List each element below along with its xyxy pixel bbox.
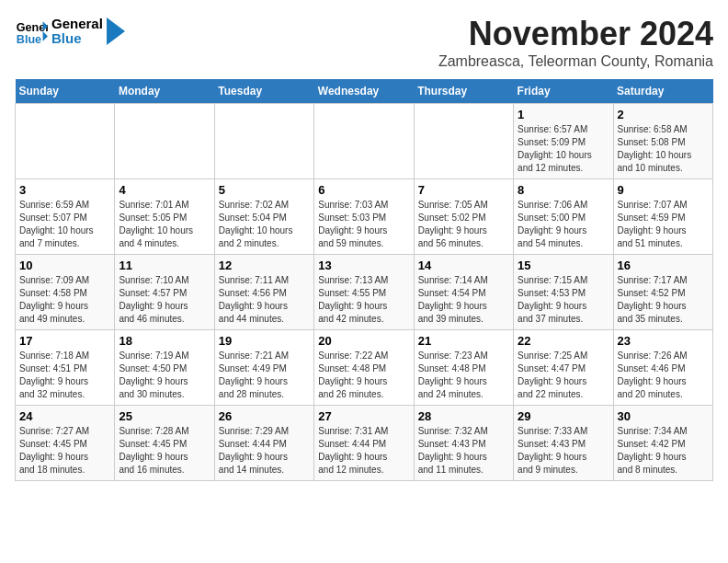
calendar-cell: 13Sunrise: 7:13 AM Sunset: 4:55 PM Dayli… (314, 255, 414, 330)
calendar-cell: 12Sunrise: 7:11 AM Sunset: 4:56 PM Dayli… (214, 255, 313, 330)
day-info: Sunrise: 7:06 AM Sunset: 5:00 PM Dayligh… (518, 199, 609, 250)
logo-icon: General Blue (15, 15, 48, 48)
day-info: Sunrise: 7:26 AM Sunset: 4:46 PM Dayligh… (618, 350, 709, 401)
calendar-cell: 20Sunrise: 7:22 AM Sunset: 4:48 PM Dayli… (314, 330, 414, 406)
title-block: November 2024 Zambreasca, Teleorman Coun… (438, 15, 713, 70)
calendar-week-row: 10Sunrise: 7:09 AM Sunset: 4:58 PM Dayli… (16, 255, 713, 330)
day-number: 29 (518, 409, 609, 423)
day-info: Sunrise: 7:22 AM Sunset: 4:48 PM Dayligh… (318, 350, 409, 401)
day-number: 30 (618, 409, 709, 423)
calendar-cell: 24Sunrise: 7:27 AM Sunset: 4:45 PM Dayli… (16, 406, 115, 481)
day-number: 1 (518, 108, 609, 121)
calendar-cell: 5Sunrise: 7:02 AM Sunset: 5:04 PM Daylig… (214, 179, 313, 255)
day-number: 17 (19, 334, 110, 348)
day-info: Sunrise: 7:01 AM Sunset: 5:05 PM Dayligh… (119, 199, 210, 250)
calendar-week-row: 17Sunrise: 7:18 AM Sunset: 4:51 PM Dayli… (16, 330, 713, 406)
weekday-header: Thursday (414, 79, 513, 104)
logo-general: General (51, 17, 103, 32)
calendar-cell: 2Sunrise: 6:58 AM Sunset: 5:08 PM Daylig… (613, 104, 712, 179)
calendar-cell (314, 104, 414, 179)
calendar-cell: 7Sunrise: 7:05 AM Sunset: 5:02 PM Daylig… (414, 179, 513, 255)
calendar-cell: 29Sunrise: 7:33 AM Sunset: 4:43 PM Dayli… (514, 406, 613, 481)
day-number: 5 (219, 183, 310, 197)
calendar-cell: 3Sunrise: 6:59 AM Sunset: 5:07 PM Daylig… (16, 179, 115, 255)
day-info: Sunrise: 7:10 AM Sunset: 4:57 PM Dayligh… (119, 274, 210, 326)
day-number: 7 (418, 183, 509, 197)
day-number: 14 (418, 259, 509, 272)
calendar-week-row: 1Sunrise: 6:57 AM Sunset: 5:09 PM Daylig… (16, 104, 713, 179)
calendar-cell: 19Sunrise: 7:21 AM Sunset: 4:49 PM Dayli… (214, 330, 313, 406)
day-number: 24 (19, 409, 110, 423)
calendar-cell: 27Sunrise: 7:31 AM Sunset: 4:44 PM Dayli… (314, 406, 414, 481)
day-number: 28 (418, 409, 509, 423)
calendar-cell: 8Sunrise: 7:06 AM Sunset: 5:00 PM Daylig… (514, 179, 613, 255)
day-number: 19 (219, 334, 310, 348)
day-number: 25 (119, 409, 210, 423)
day-number: 2 (618, 108, 709, 121)
day-info: Sunrise: 7:23 AM Sunset: 4:48 PM Dayligh… (418, 350, 509, 401)
calendar-week-row: 3Sunrise: 6:59 AM Sunset: 5:07 PM Daylig… (16, 179, 713, 255)
calendar-cell: 1Sunrise: 6:57 AM Sunset: 5:09 PM Daylig… (514, 104, 613, 179)
day-info: Sunrise: 7:17 AM Sunset: 4:52 PM Dayligh… (618, 274, 709, 326)
calendar-cell: 22Sunrise: 7:25 AM Sunset: 4:47 PM Dayli… (514, 330, 613, 406)
weekday-header: Friday (514, 79, 613, 104)
day-number: 4 (119, 183, 210, 197)
day-info: Sunrise: 7:07 AM Sunset: 4:59 PM Dayligh… (618, 199, 709, 250)
logo-blue: Blue (51, 31, 103, 47)
day-info: Sunrise: 6:57 AM Sunset: 5:09 PM Dayligh… (518, 123, 609, 175)
svg-marker-3 (107, 17, 125, 45)
day-number: 12 (219, 259, 310, 272)
day-info: Sunrise: 6:58 AM Sunset: 5:08 PM Dayligh… (618, 123, 709, 175)
calendar-week-row: 24Sunrise: 7:27 AM Sunset: 4:45 PM Dayli… (16, 406, 713, 481)
day-number: 15 (518, 259, 609, 272)
day-number: 8 (518, 183, 609, 197)
calendar-cell (214, 104, 313, 179)
calendar-cell: 28Sunrise: 7:32 AM Sunset: 4:43 PM Dayli… (414, 406, 513, 481)
weekday-header: Wednesday (314, 79, 414, 104)
calendar-cell: 6Sunrise: 7:03 AM Sunset: 5:03 PM Daylig… (314, 179, 414, 255)
day-number: 9 (618, 183, 709, 197)
month-title: November 2024 (438, 15, 713, 53)
calendar-cell: 9Sunrise: 7:07 AM Sunset: 4:59 PM Daylig… (613, 179, 712, 255)
calendar-cell: 26Sunrise: 7:29 AM Sunset: 4:44 PM Dayli… (214, 406, 313, 481)
day-number: 16 (618, 259, 709, 272)
day-info: Sunrise: 7:34 AM Sunset: 4:42 PM Dayligh… (618, 425, 709, 477)
calendar-cell: 16Sunrise: 7:17 AM Sunset: 4:52 PM Dayli… (613, 255, 712, 330)
day-info: Sunrise: 7:21 AM Sunset: 4:49 PM Dayligh… (219, 350, 310, 401)
day-info: Sunrise: 7:03 AM Sunset: 5:03 PM Dayligh… (318, 199, 409, 250)
day-info: Sunrise: 7:19 AM Sunset: 4:50 PM Dayligh… (119, 350, 210, 401)
calendar-cell (16, 104, 115, 179)
day-info: Sunrise: 7:31 AM Sunset: 4:44 PM Dayligh… (318, 425, 409, 477)
day-number: 3 (19, 183, 110, 197)
calendar-cell: 25Sunrise: 7:28 AM Sunset: 4:45 PM Dayli… (115, 406, 214, 481)
weekday-header: Tuesday (214, 79, 313, 104)
weekday-header: Monday (115, 79, 214, 104)
day-info: Sunrise: 7:25 AM Sunset: 4:47 PM Dayligh… (518, 350, 609, 401)
location-title: Zambreasca, Teleorman County, Romania (438, 53, 713, 70)
day-info: Sunrise: 7:02 AM Sunset: 5:04 PM Dayligh… (219, 199, 310, 250)
calendar-cell: 18Sunrise: 7:19 AM Sunset: 4:50 PM Dayli… (115, 330, 214, 406)
calendar-cell: 15Sunrise: 7:15 AM Sunset: 4:53 PM Dayli… (514, 255, 613, 330)
calendar-cell: 14Sunrise: 7:14 AM Sunset: 4:54 PM Dayli… (414, 255, 513, 330)
calendar-cell: 10Sunrise: 7:09 AM Sunset: 4:58 PM Dayli… (16, 255, 115, 330)
day-number: 18 (119, 334, 210, 348)
day-info: Sunrise: 7:05 AM Sunset: 5:02 PM Dayligh… (418, 199, 509, 250)
day-number: 13 (318, 259, 409, 272)
weekday-header: Sunday (16, 79, 115, 104)
day-info: Sunrise: 7:13 AM Sunset: 4:55 PM Dayligh… (318, 274, 409, 326)
calendar-cell: 4Sunrise: 7:01 AM Sunset: 5:05 PM Daylig… (115, 179, 214, 255)
day-number: 22 (518, 334, 609, 348)
day-number: 6 (318, 183, 409, 197)
day-info: Sunrise: 7:14 AM Sunset: 4:54 PM Dayligh… (418, 274, 509, 326)
day-number: 11 (119, 259, 210, 272)
calendar-cell: 23Sunrise: 7:26 AM Sunset: 4:46 PM Dayli… (613, 330, 712, 406)
logo-arrow-icon (107, 17, 125, 45)
day-number: 27 (318, 409, 409, 423)
day-number: 20 (318, 334, 409, 348)
calendar-cell: 11Sunrise: 7:10 AM Sunset: 4:57 PM Dayli… (115, 255, 214, 330)
day-number: 21 (418, 334, 509, 348)
logo: General Blue General Blue (15, 15, 125, 48)
day-number: 23 (618, 334, 709, 348)
calendar-table: SundayMondayTuesdayWednesdayThursdayFrid… (15, 79, 713, 481)
calendar-cell: 21Sunrise: 7:23 AM Sunset: 4:48 PM Dayli… (414, 330, 513, 406)
